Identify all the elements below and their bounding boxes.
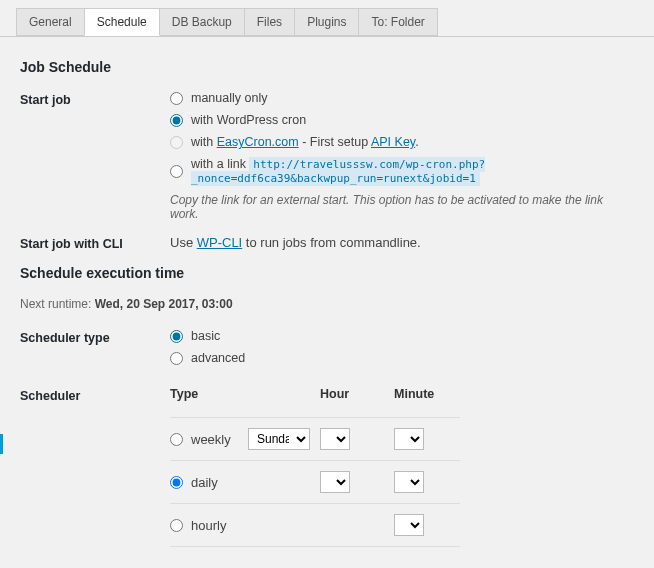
txt: Use — [170, 235, 197, 250]
sched-label-weekly: weekly — [191, 432, 231, 447]
section-title-schedule-exec: Schedule execution time — [20, 265, 634, 281]
tab-schedule[interactable]: Schedule — [84, 8, 160, 36]
sched-label-hourly: hourly — [191, 518, 226, 533]
col-head-type: Type — [170, 387, 248, 401]
txt: to run jobs from commandline. — [242, 235, 420, 250]
select-weekly-hour[interactable]: 3 — [320, 428, 350, 450]
radio-label-link: with a link http://travelusssw.com/wp-cr… — [191, 157, 634, 185]
txt: Next runtime: — [20, 297, 95, 311]
radio-sched-weekly[interactable] — [170, 433, 183, 446]
radio-label-advanced: advanced — [191, 351, 245, 365]
select-daily-hour[interactable]: 3 — [320, 471, 350, 493]
radio-label-wpcron: with WordPress cron — [191, 113, 306, 127]
left-accent-bar — [0, 434, 3, 454]
radio-label-manual: manually only — [191, 91, 267, 105]
radio-label-basic: basic — [191, 329, 220, 343]
tab-files[interactable]: Files — [244, 8, 295, 36]
radio-row-easycron[interactable]: with EasyCron.com - First setup API Key. — [170, 135, 634, 149]
txt: with a link — [191, 157, 249, 171]
label-scheduler: Scheduler — [20, 387, 170, 403]
col-head-minute: Minute — [394, 387, 454, 401]
section-title-job-schedule: Job Schedule — [20, 59, 634, 75]
tab-db-backup[interactable]: DB Backup — [159, 8, 245, 36]
radio-row-link[interactable]: with a link http://travelusssw.com/wp-cr… — [170, 157, 634, 185]
select-weekly-minute[interactable]: 0 — [394, 428, 424, 450]
link-api-key[interactable]: API Key — [371, 135, 415, 149]
radio-startjob-easycron[interactable] — [170, 136, 183, 149]
cli-text: Use WP-CLI to run jobs from commandline. — [170, 235, 421, 250]
radio-startjob-wpcron[interactable] — [170, 114, 183, 127]
radio-row-manual[interactable]: manually only — [170, 91, 634, 105]
tab-plugins[interactable]: Plugins — [294, 8, 359, 36]
scheduler-table: Type Hour Minute weekly Sunday — [170, 387, 460, 547]
txt: - First setup — [299, 135, 371, 149]
radio-sched-daily[interactable] — [170, 476, 183, 489]
label-start-cli: Start job with CLI — [20, 235, 170, 251]
radio-row-advanced[interactable]: advanced — [170, 351, 634, 365]
link-easycron[interactable]: EasyCron.com — [217, 135, 299, 149]
label-scheduler-type: Scheduler type — [20, 329, 170, 345]
radio-startjob-link[interactable] — [170, 165, 183, 178]
radio-row-wpcron[interactable]: with WordPress cron — [170, 113, 634, 127]
radio-sched-hourly[interactable] — [170, 519, 183, 532]
txt: . — [415, 135, 418, 149]
sched-row-daily: daily 3 0 — [170, 460, 460, 503]
runtime-value: Wed, 20 Sep 2017, 03:00 — [95, 297, 233, 311]
tab-to-folder[interactable]: To: Folder — [358, 8, 437, 36]
select-weekly-day[interactable]: Sunday — [248, 428, 310, 450]
radio-schedtype-basic[interactable] — [170, 330, 183, 343]
radio-row-basic[interactable]: basic — [170, 329, 634, 343]
radio-label-easycron: with EasyCron.com - First setup API Key. — [191, 135, 419, 149]
sched-label-daily: daily — [191, 475, 218, 490]
select-daily-minute[interactable]: 0 — [394, 471, 424, 493]
tab-bar: General Schedule DB Backup Files Plugins… — [0, 0, 654, 37]
radio-schedtype-advanced[interactable] — [170, 352, 183, 365]
link-wp-cli[interactable]: WP-CLI — [197, 235, 243, 250]
sched-row-hourly: hourly 0 — [170, 503, 460, 547]
next-runtime: Next runtime: Wed, 20 Sep 2017, 03:00 — [20, 297, 634, 311]
select-hourly-minute[interactable]: 0 — [394, 514, 424, 536]
label-start-job: Start job — [20, 91, 170, 107]
txt: with — [191, 135, 217, 149]
radio-startjob-manual[interactable] — [170, 92, 183, 105]
tab-general[interactable]: General — [16, 8, 85, 36]
col-head-hour: Hour — [320, 387, 394, 401]
link-option-description: Copy the link for an external start. Thi… — [170, 193, 634, 221]
sched-row-weekly: weekly Sunday 3 0 — [170, 417, 460, 460]
